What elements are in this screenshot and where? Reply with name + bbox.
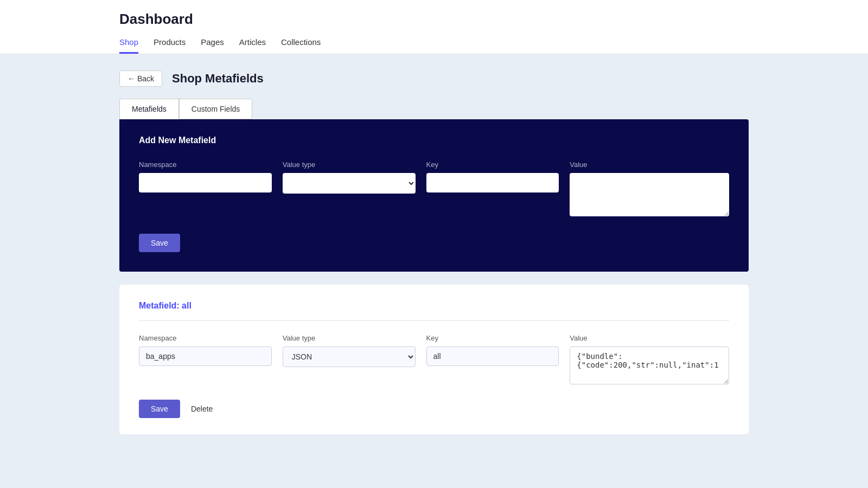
- metafield-all-card: Metafield: all Namespace Value type stri…: [119, 285, 749, 434]
- key-field-group: Key: [426, 160, 559, 219]
- main-nav: Shop Products Pages Articles Collections: [119, 32, 749, 54]
- add-form-row: Namespace Value type string integer JSON…: [139, 160, 729, 219]
- nav-tab-shop[interactable]: Shop: [119, 32, 138, 54]
- metafield-all-form-row: Namespace Value type string integer JSON…: [139, 334, 729, 387]
- tab-custom-fields[interactable]: Custom Fields: [179, 99, 252, 119]
- back-button[interactable]: ← Back: [119, 70, 162, 87]
- nav-tab-pages[interactable]: Pages: [201, 32, 224, 54]
- ma-namespace-input[interactable]: [139, 346, 272, 366]
- namespace-input[interactable]: [139, 173, 272, 192]
- value-label: Value: [570, 160, 729, 169]
- ma-key-group: Key: [426, 334, 559, 387]
- namespace-label: Namespace: [139, 160, 272, 169]
- page-title: Shop Metafields: [172, 72, 264, 86]
- nav-tab-articles[interactable]: Articles: [239, 32, 266, 54]
- ma-value-label: Value: [570, 334, 729, 342]
- ma-value-textarea[interactable]: {"bundle": {"code":200,"str":null,"inat"…: [570, 346, 729, 384]
- main-content: ← Back Shop Metafields Metafields Custom…: [0, 54, 868, 464]
- value-type-field-group: Value type string integer JSON boolean: [283, 160, 416, 219]
- key-input[interactable]: [426, 173, 559, 192]
- nav-tab-collections[interactable]: Collections: [281, 32, 321, 54]
- ma-key-input[interactable]: [426, 346, 559, 366]
- add-save-button[interactable]: Save: [139, 234, 180, 252]
- ma-save-button[interactable]: Save: [139, 400, 180, 418]
- ma-namespace-group: Namespace: [139, 334, 272, 387]
- divider: [139, 320, 729, 321]
- ma-value-type-select[interactable]: string integer JSON boolean: [283, 346, 416, 367]
- namespace-field-group: Namespace: [139, 160, 272, 219]
- value-type-select[interactable]: string integer JSON boolean: [283, 173, 416, 194]
- tab-metafields[interactable]: Metafields: [119, 99, 179, 119]
- ma-key-label: Key: [426, 334, 559, 342]
- ma-value-type-group: Value type string integer JSON boolean: [283, 334, 416, 387]
- dashboard-title: Dashboard: [119, 0, 749, 32]
- ma-value-group: Value {"bundle": {"code":200,"str":null,…: [570, 334, 729, 387]
- add-metafield-panel: Add New Metafield Namespace Value type s…: [119, 119, 749, 272]
- nav-tab-products[interactable]: Products: [154, 32, 186, 54]
- value-type-label: Value type: [283, 160, 416, 169]
- metafield-all-title: Metafield: all: [139, 301, 729, 311]
- ma-value-type-label: Value type: [283, 334, 416, 342]
- page-header: ← Back Shop Metafields: [119, 70, 749, 87]
- key-label: Key: [426, 160, 559, 169]
- white-actions: Save Delete: [139, 400, 729, 418]
- ma-namespace-label: Namespace: [139, 334, 272, 342]
- add-panel-title: Add New Metafield: [139, 136, 729, 145]
- header: Dashboard Shop Products Pages Articles C…: [0, 0, 868, 54]
- sub-tabs: Metafields Custom Fields: [119, 99, 749, 119]
- value-field-group: Value: [570, 160, 729, 219]
- value-textarea[interactable]: [570, 173, 729, 216]
- ma-delete-button[interactable]: Delete: [191, 404, 213, 413]
